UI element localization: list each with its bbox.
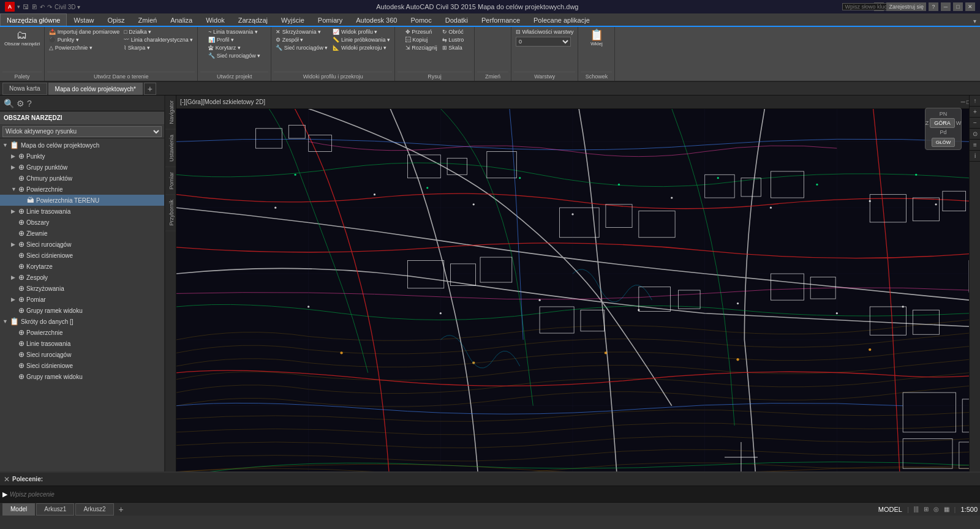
btn-siec-rur2[interactable]: 🔧 Sieć rurociągów ▾ bbox=[274, 44, 330, 51]
btn-obszar-narzedzi[interactable]: 🗂 Obszar narzędzi bbox=[2, 28, 42, 48]
tree-item[interactable]: 🏔 Powierzchnia TERENU bbox=[0, 195, 164, 206]
vp-ctrl-orbit[interactable]: ⊙ bbox=[970, 129, 980, 140]
tree-item[interactable]: ⊕ Sieci rurociągów bbox=[0, 349, 164, 360]
tree-item[interactable]: ⊕ Sieci ciśnieniowe bbox=[0, 360, 164, 371]
cmdline-close-btn[interactable]: ✕ bbox=[4, 475, 10, 484]
sidebar-icon2[interactable]: ⚙ bbox=[17, 99, 24, 108]
btn-powierzchnie[interactable]: △ Powierzchnie ▾ bbox=[47, 44, 121, 51]
status-osnap-btn[interactable]: ▦ bbox=[944, 506, 949, 512]
btn-korytarz[interactable]: 🛣 Korytarz ▾ bbox=[206, 44, 262, 51]
vp-ctrl-layers[interactable]: ≡ bbox=[970, 140, 980, 151]
tab-opisz[interactable]: Opisz bbox=[100, 13, 131, 26]
help-btn[interactable]: ? bbox=[929, 2, 938, 11]
doc-tab-new-card[interactable]: Nowa karta bbox=[2, 83, 47, 95]
vp-ctrl-props[interactable]: i bbox=[970, 151, 980, 162]
tree-item[interactable]: ⊕ Zlewnie bbox=[0, 228, 164, 239]
tree-item[interactable]: ⊕ Korytarze bbox=[0, 261, 164, 272]
tree-item[interactable]: ▶ ⊕ Pomiar bbox=[0, 294, 164, 305]
panel-przybornik[interactable]: Przybornik bbox=[165, 195, 176, 231]
sidebar-view-select[interactable]: Widok aktywnego rysunku bbox=[2, 126, 162, 137]
tree-item[interactable]: ▼ 📋 Skróty do danych [] bbox=[0, 316, 164, 327]
tab-performance[interactable]: Performance bbox=[475, 13, 527, 26]
tree-item[interactable]: ⊕ Obszary bbox=[0, 217, 164, 228]
status-grid-btn[interactable]: ||| bbox=[914, 506, 919, 512]
tab-arkusz2[interactable]: Arkusz2 bbox=[75, 503, 113, 516]
minimize-btn[interactable]: ─ bbox=[941, 2, 951, 11]
tree-item[interactable]: ▶ ⊕ Zespoły bbox=[0, 272, 164, 283]
vp-ctrl-zoom-in[interactable]: + bbox=[970, 107, 980, 118]
tree-item[interactable]: ▶ ⊕ Sieci rurociągów bbox=[0, 239, 164, 250]
sidebar-icon1[interactable]: 🔍 bbox=[4, 99, 14, 108]
btn-przesun[interactable]: ✥ Przesuń bbox=[404, 28, 439, 36]
btn-layer-ctrl[interactable]: 0 bbox=[514, 36, 576, 47]
tab-wstaw[interactable]: Wstaw bbox=[67, 13, 100, 26]
tab-dodatki[interactable]: Dodatki bbox=[439, 13, 475, 26]
tree-item[interactable]: ⊕ Sieci ciśnieniowe bbox=[0, 250, 164, 261]
status-snap-btn[interactable]: ⊞ bbox=[924, 506, 929, 512]
tab-narzedzia[interactable]: Narzędzia główne bbox=[0, 13, 67, 26]
btn-skarpa[interactable]: ⌇ Skarpa ▾ bbox=[122, 44, 195, 51]
sidebar-icon3[interactable]: ? bbox=[27, 99, 32, 108]
btn-obroc[interactable]: ↻ Obróć bbox=[440, 28, 466, 36]
tab-autodesk360[interactable]: Autodesk 360 bbox=[349, 13, 404, 26]
btn-siec-rur[interactable]: 🔧 Sieć rurociągów ▾ bbox=[206, 52, 262, 59]
vp-min-btn[interactable]: ─ bbox=[961, 99, 965, 105]
btn-skrzyzowania[interactable]: ✕ Skrzyżowania ▾ bbox=[274, 28, 330, 36]
tree-item[interactable]: ⊕ Grupy ramek widoku bbox=[0, 371, 164, 382]
btn-widoki-przekr[interactable]: 📐 Widoki przekroju ▾ bbox=[331, 44, 392, 51]
tree-item[interactable]: ▼ 📋 Mapa do celów projektowych bbox=[0, 140, 164, 151]
vp-ctrl-pan[interactable]: ↑ bbox=[970, 96, 980, 107]
btn-linia-tras[interactable]: ~ Linia trasowania ▾ bbox=[206, 28, 262, 36]
window-controls[interactable]: Zarejestruj się ? ─ □ ✕ bbox=[874, 2, 975, 11]
panel-pomiar[interactable]: Pomiar bbox=[165, 167, 176, 195]
tab-zmien[interactable]: Zmień bbox=[132, 13, 164, 26]
btn-profil[interactable]: 📊 Profil ▾ bbox=[206, 36, 262, 43]
layer-select[interactable]: 0 bbox=[516, 37, 571, 47]
tree-item[interactable]: ⊕ Grupy ramek widoku bbox=[0, 305, 164, 316]
tab-wyjscie[interactable]: Wyjście bbox=[274, 13, 311, 26]
btn-wklej[interactable]: 📋 Wklej bbox=[586, 28, 608, 48]
tab-pomoc[interactable]: Pomoc bbox=[404, 13, 438, 26]
btn-linia-char[interactable]: 〰 Linia charakterystyczna ▾ bbox=[122, 36, 195, 43]
btn-dzialka[interactable]: □ Działka ▾ bbox=[122, 28, 195, 36]
tab-analiza[interactable]: Analiza bbox=[164, 13, 199, 26]
tab-polecane[interactable]: Polecane aplikacje bbox=[527, 13, 597, 26]
compass-glowny-btn[interactable]: GŁÓW bbox=[932, 138, 955, 147]
btn-lustro[interactable]: ⇆ Lustro bbox=[440, 36, 466, 43]
tree-item[interactable]: ⊕ Skrzyżowania bbox=[0, 283, 164, 294]
status-polar-btn[interactable]: ◎ bbox=[933, 506, 939, 512]
btn-importuj[interactable]: 📥 Importuj dane pomiarowe bbox=[47, 28, 121, 36]
tree-item[interactable]: ▶ ⊕ Linie trasowania bbox=[0, 206, 164, 217]
tree-item[interactable]: ⊕ Powierzchnie bbox=[0, 327, 164, 338]
search-box-title[interactable] bbox=[874, 2, 884, 11]
compass-gora-btn[interactable]: GÓRA bbox=[930, 118, 955, 128]
vp-ctrl-zoom-out[interactable]: − bbox=[970, 118, 980, 129]
restore-btn[interactable]: □ bbox=[953, 2, 963, 11]
expand-ribbon-icon[interactable]: ▾ bbox=[973, 18, 976, 24]
btn-kopiuj[interactable]: ⿳ Kopiuj bbox=[404, 36, 439, 43]
btn-zespol[interactable]: ⚙ Zespół ▾ bbox=[274, 36, 330, 43]
tree-item[interactable]: ⊕ Linie trasowania bbox=[0, 338, 164, 349]
btn-widok-profilu[interactable]: 📈 Widok profilu ▾ bbox=[331, 28, 392, 36]
tab-pomiary[interactable]: Pomiary bbox=[311, 13, 349, 26]
panel-ustawienia[interactable]: Ustawienia bbox=[165, 130, 176, 167]
tab-model[interactable]: Model bbox=[2, 503, 35, 516]
tree-item[interactable]: ▶ ⊕ Punkty bbox=[0, 151, 164, 162]
cmdline-input-field[interactable] bbox=[10, 491, 978, 498]
register-btn[interactable]: Zarejestruj się bbox=[886, 2, 926, 11]
tree-item[interactable]: ⊕ Chmury punktów bbox=[0, 173, 164, 184]
tab-widok[interactable]: Widok bbox=[199, 13, 232, 26]
panel-navigator[interactable]: Navigator bbox=[165, 96, 176, 130]
doc-tab-map[interactable]: Mapa do celów projektowych* bbox=[48, 83, 143, 95]
btn-wlasciw-warstwy[interactable]: ⊟ Właściwości warstwy bbox=[514, 28, 576, 36]
tab-arkusz1[interactable]: Arkusz1 bbox=[36, 503, 74, 516]
btn-skala[interactable]: ⊞ Skala bbox=[440, 44, 466, 51]
btn-rozciagnij[interactable]: ⇲ Rozciągnij bbox=[404, 44, 439, 51]
map-canvas[interactable]: X Y bbox=[176, 109, 969, 471]
doc-tab-add-btn[interactable]: + bbox=[144, 83, 156, 95]
tree-item[interactable]: ▶ ⊕ Grupy punktów bbox=[0, 162, 164, 173]
tab-zarzadzaj[interactable]: Zarządzaj bbox=[232, 13, 274, 26]
btn-punkty[interactable]: ⚫ Punkty ▾ bbox=[47, 36, 121, 43]
btn-linie-prob[interactable]: 📏 Linie próbkowania ▾ bbox=[331, 36, 392, 43]
close-btn[interactable]: ✕ bbox=[965, 2, 975, 11]
